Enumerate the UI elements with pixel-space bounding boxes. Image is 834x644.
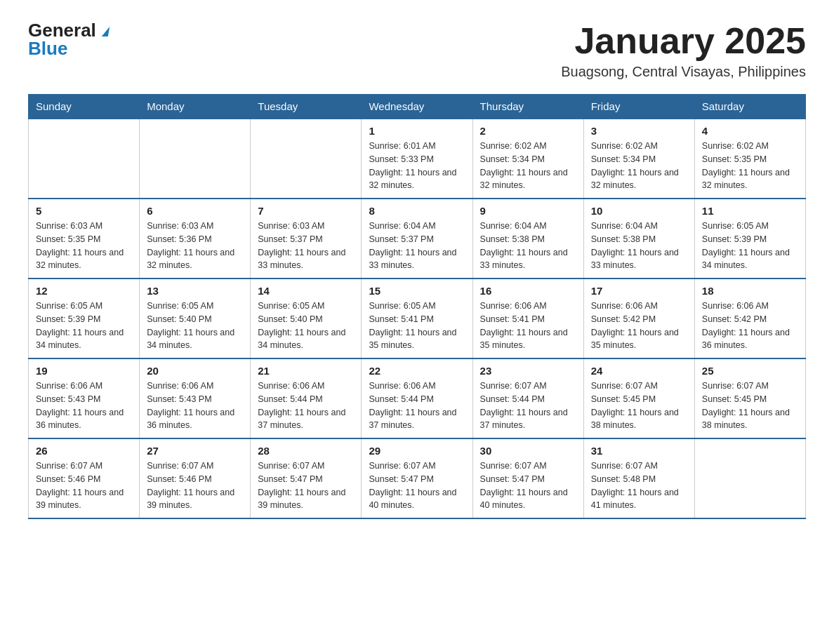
day-number: 31	[591, 445, 687, 457]
calendar-cell: 6Sunrise: 6:03 AMSunset: 5:36 PMDaylight…	[140, 199, 251, 279]
calendar-cell	[251, 119, 362, 199]
day-info: Sunrise: 6:03 AMSunset: 5:35 PMDaylight:…	[36, 220, 132, 272]
calendar-cell: 16Sunrise: 6:06 AMSunset: 5:41 PMDayligh…	[472, 279, 583, 358]
calendar-cell: 2Sunrise: 6:02 AMSunset: 5:34 PMDaylight…	[472, 119, 583, 199]
calendar-cell: 4Sunrise: 6:02 AMSunset: 5:35 PMDaylight…	[694, 119, 805, 199]
calendar-cell	[694, 438, 805, 518]
calendar-cell: 14Sunrise: 6:05 AMSunset: 5:40 PMDayligh…	[251, 279, 362, 358]
day-number: 17	[591, 285, 687, 297]
day-number: 1	[369, 125, 465, 137]
day-info: Sunrise: 6:03 AMSunset: 5:36 PMDaylight:…	[147, 220, 243, 272]
calendar-week-row: 19Sunrise: 6:06 AMSunset: 5:43 PMDayligh…	[29, 358, 806, 438]
day-info: Sunrise: 6:06 AMSunset: 5:44 PMDaylight:…	[369, 380, 465, 432]
day-number: 28	[258, 445, 354, 457]
weekday-header-friday: Friday	[583, 95, 694, 119]
calendar-table: SundayMondayTuesdayWednesdayThursdayFrid…	[28, 94, 806, 519]
day-info: Sunrise: 6:05 AMSunset: 5:39 PMDaylight:…	[36, 300, 132, 352]
day-info: Sunrise: 6:07 AMSunset: 5:46 PMDaylight:…	[147, 459, 243, 512]
calendar-cell: 1Sunrise: 6:01 AMSunset: 5:33 PMDaylight…	[362, 119, 472, 199]
day-number: 8	[369, 205, 465, 217]
day-number: 29	[369, 445, 465, 457]
calendar-cell	[140, 119, 251, 199]
calendar-cell: 24Sunrise: 6:07 AMSunset: 5:45 PMDayligh…	[583, 358, 694, 438]
day-number: 18	[702, 285, 798, 297]
day-info: Sunrise: 6:07 AMSunset: 5:45 PMDaylight:…	[702, 380, 798, 432]
weekday-header-wednesday: Wednesday	[362, 95, 472, 119]
day-info: Sunrise: 6:02 AMSunset: 5:34 PMDaylight:…	[591, 140, 687, 192]
day-number: 13	[147, 285, 243, 297]
location-title: Buagsong, Central Visayas, Philippines	[561, 64, 806, 80]
day-info: Sunrise: 6:06 AMSunset: 5:42 PMDaylight:…	[702, 300, 798, 352]
day-number: 5	[36, 205, 132, 217]
weekday-header-sunday: Sunday	[29, 95, 140, 119]
calendar-cell: 31Sunrise: 6:07 AMSunset: 5:48 PMDayligh…	[583, 438, 694, 518]
calendar-cell: 28Sunrise: 6:07 AMSunset: 5:47 PMDayligh…	[251, 438, 362, 518]
day-info: Sunrise: 6:06 AMSunset: 5:43 PMDaylight:…	[36, 380, 132, 432]
day-info: Sunrise: 6:06 AMSunset: 5:41 PMDaylight:…	[480, 300, 576, 352]
day-number: 2	[480, 125, 576, 137]
day-info: Sunrise: 6:07 AMSunset: 5:45 PMDaylight:…	[591, 380, 687, 432]
day-number: 14	[258, 285, 354, 297]
title-section: January 2025 Buagsong, Central Visayas, …	[561, 21, 806, 80]
day-info: Sunrise: 6:06 AMSunset: 5:44 PMDaylight:…	[258, 380, 354, 432]
day-number: 20	[147, 365, 243, 377]
calendar-cell: 26Sunrise: 6:07 AMSunset: 5:46 PMDayligh…	[29, 438, 140, 518]
calendar-cell: 21Sunrise: 6:06 AMSunset: 5:44 PMDayligh…	[251, 358, 362, 438]
day-number: 15	[369, 285, 465, 297]
day-info: Sunrise: 6:05 AMSunset: 5:40 PMDaylight:…	[147, 300, 243, 352]
day-info: Sunrise: 6:05 AMSunset: 5:40 PMDaylight:…	[258, 300, 354, 352]
day-number: 4	[702, 125, 798, 137]
day-number: 10	[591, 205, 687, 217]
page-header: General Blue January 2025 Buagsong, Cent…	[28, 21, 806, 80]
day-info: Sunrise: 6:04 AMSunset: 5:38 PMDaylight:…	[480, 220, 576, 272]
day-number: 6	[147, 205, 243, 217]
calendar-cell: 23Sunrise: 6:07 AMSunset: 5:44 PMDayligh…	[472, 358, 583, 438]
weekday-header-saturday: Saturday	[694, 95, 805, 119]
calendar-week-row: 26Sunrise: 6:07 AMSunset: 5:46 PMDayligh…	[29, 438, 806, 518]
calendar-cell: 20Sunrise: 6:06 AMSunset: 5:43 PMDayligh…	[140, 358, 251, 438]
calendar-cell: 10Sunrise: 6:04 AMSunset: 5:38 PMDayligh…	[583, 199, 694, 279]
day-number: 27	[147, 445, 243, 457]
day-info: Sunrise: 6:02 AMSunset: 5:35 PMDaylight:…	[702, 140, 798, 192]
day-info: Sunrise: 6:07 AMSunset: 5:47 PMDaylight:…	[369, 459, 465, 512]
day-info: Sunrise: 6:06 AMSunset: 5:43 PMDaylight:…	[147, 380, 243, 432]
day-number: 25	[702, 365, 798, 377]
day-info: Sunrise: 6:07 AMSunset: 5:48 PMDaylight:…	[591, 459, 687, 512]
calendar-cell: 12Sunrise: 6:05 AMSunset: 5:39 PMDayligh…	[29, 279, 140, 358]
day-info: Sunrise: 6:03 AMSunset: 5:37 PMDaylight:…	[258, 220, 354, 272]
calendar-cell: 30Sunrise: 6:07 AMSunset: 5:47 PMDayligh…	[472, 438, 583, 518]
calendar-cell: 27Sunrise: 6:07 AMSunset: 5:46 PMDayligh…	[140, 438, 251, 518]
calendar-cell: 29Sunrise: 6:07 AMSunset: 5:47 PMDayligh…	[362, 438, 472, 518]
calendar-week-row: 1Sunrise: 6:01 AMSunset: 5:33 PMDaylight…	[29, 119, 806, 199]
weekday-header-tuesday: Tuesday	[251, 95, 362, 119]
calendar-cell	[29, 119, 140, 199]
weekday-header-monday: Monday	[140, 95, 251, 119]
day-number: 21	[258, 365, 354, 377]
day-info: Sunrise: 6:07 AMSunset: 5:47 PMDaylight:…	[480, 459, 576, 512]
calendar-week-row: 12Sunrise: 6:05 AMSunset: 5:39 PMDayligh…	[29, 279, 806, 358]
calendar-cell: 17Sunrise: 6:06 AMSunset: 5:42 PMDayligh…	[583, 279, 694, 358]
day-info: Sunrise: 6:04 AMSunset: 5:38 PMDaylight:…	[591, 220, 687, 272]
day-info: Sunrise: 6:04 AMSunset: 5:37 PMDaylight:…	[369, 220, 465, 272]
day-info: Sunrise: 6:07 AMSunset: 5:44 PMDaylight:…	[480, 380, 576, 432]
calendar-cell: 13Sunrise: 6:05 AMSunset: 5:40 PMDayligh…	[140, 279, 251, 358]
calendar-cell: 18Sunrise: 6:06 AMSunset: 5:42 PMDayligh…	[694, 279, 805, 358]
day-number: 11	[702, 205, 798, 217]
calendar-cell: 15Sunrise: 6:05 AMSunset: 5:41 PMDayligh…	[362, 279, 472, 358]
calendar-cell: 9Sunrise: 6:04 AMSunset: 5:38 PMDaylight…	[472, 199, 583, 279]
calendar-cell: 3Sunrise: 6:02 AMSunset: 5:34 PMDaylight…	[583, 119, 694, 199]
logo-blue-text: Blue	[28, 39, 67, 58]
day-number: 16	[480, 285, 576, 297]
calendar-cell: 8Sunrise: 6:04 AMSunset: 5:37 PMDaylight…	[362, 199, 472, 279]
calendar-cell: 25Sunrise: 6:07 AMSunset: 5:45 PMDayligh…	[694, 358, 805, 438]
day-number: 19	[36, 365, 132, 377]
day-info: Sunrise: 6:06 AMSunset: 5:42 PMDaylight:…	[591, 300, 687, 352]
day-info: Sunrise: 6:07 AMSunset: 5:46 PMDaylight:…	[36, 459, 132, 512]
calendar-cell: 5Sunrise: 6:03 AMSunset: 5:35 PMDaylight…	[29, 199, 140, 279]
calendar-week-row: 5Sunrise: 6:03 AMSunset: 5:35 PMDaylight…	[29, 199, 806, 279]
day-number: 12	[36, 285, 132, 297]
calendar-cell: 11Sunrise: 6:05 AMSunset: 5:39 PMDayligh…	[694, 199, 805, 279]
logo: General Blue	[28, 21, 109, 58]
calendar-cell: 7Sunrise: 6:03 AMSunset: 5:37 PMDaylight…	[251, 199, 362, 279]
day-info: Sunrise: 6:05 AMSunset: 5:41 PMDaylight:…	[369, 300, 465, 352]
